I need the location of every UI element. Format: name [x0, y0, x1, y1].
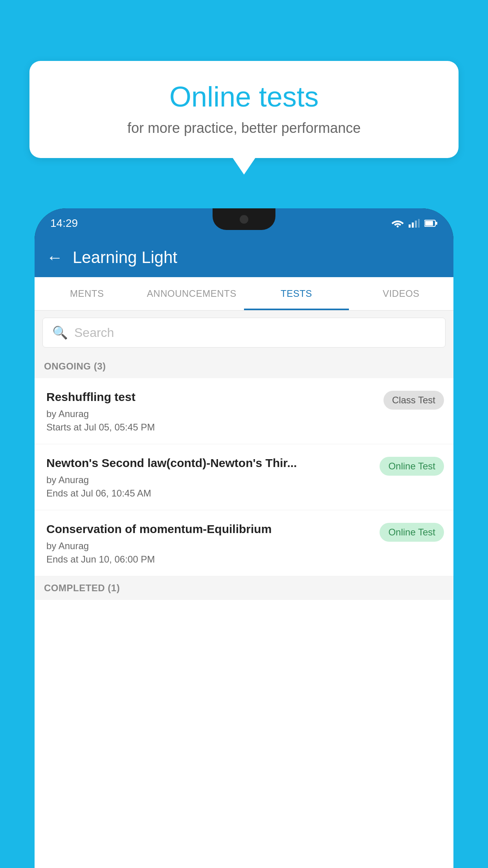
notch: [213, 208, 275, 230]
test-badge-3: Online Test: [380, 523, 444, 542]
test-item-3[interactable]: Conservation of momentum-Equilibrium by …: [35, 510, 453, 576]
svg-rect-6: [425, 221, 433, 226]
completed-section-label: COMPLETED (1): [35, 576, 453, 600]
test-info-2: Newton's Second law(contd)-Newton's Thir…: [46, 455, 372, 499]
test-badge-2: Online Test: [380, 457, 444, 476]
tab-ments[interactable]: MENTS: [35, 277, 139, 310]
test-item-2[interactable]: Newton's Second law(contd)-Newton's Thir…: [35, 444, 453, 510]
svg-rect-7: [436, 222, 437, 225]
svg-rect-4: [418, 219, 420, 228]
svg-rect-3: [415, 221, 417, 228]
test-info-1: Reshuffling test by Anurag Starts at Jul…: [46, 389, 376, 433]
search-placeholder: Search: [74, 326, 114, 340]
app-title: Learning Light: [73, 248, 177, 267]
camera: [240, 215, 248, 224]
wifi-icon: [391, 219, 404, 228]
tab-announcements[interactable]: ANNOUNCEMENTS: [139, 277, 244, 310]
status-bar: 14:29: [35, 208, 453, 238]
test-name-1: Reshuffling test: [46, 389, 376, 405]
app-bar: ← Learning Light: [35, 238, 453, 277]
phone-content: MENTS ANNOUNCEMENTS TESTS VIDEOS 🔍 Searc…: [35, 277, 453, 868]
test-info-3: Conservation of momentum-Equilibrium by …: [46, 521, 372, 565]
tab-videos[interactable]: VIDEOS: [349, 277, 454, 310]
test-by-2: by Anurag: [46, 474, 372, 485]
test-item-1[interactable]: Reshuffling test by Anurag Starts at Jul…: [35, 378, 453, 444]
status-icons: [391, 219, 438, 228]
bubble-title: Online tests: [53, 81, 435, 113]
svg-point-0: [397, 225, 399, 227]
test-badge-1: Class Test: [383, 391, 444, 410]
search-icon: 🔍: [52, 325, 68, 340]
test-name-2: Newton's Second law(contd)-Newton's Thir…: [46, 455, 372, 471]
search-bar[interactable]: 🔍 Search: [42, 318, 446, 348]
test-time-1: Starts at Jul 05, 05:45 PM: [46, 422, 376, 433]
test-time-3: Ends at Jun 10, 06:00 PM: [46, 554, 372, 565]
signal-icon: [409, 219, 420, 228]
tab-tests[interactable]: TESTS: [244, 277, 349, 310]
svg-rect-2: [412, 223, 414, 228]
back-button[interactable]: ←: [46, 248, 63, 267]
svg-rect-1: [409, 224, 411, 228]
search-container: 🔍 Search: [35, 311, 453, 355]
test-name-3: Conservation of momentum-Equilibrium: [46, 521, 372, 537]
bubble-subtitle: for more practice, better performance: [53, 120, 435, 136]
test-time-2: Ends at Jul 06, 10:45 AM: [46, 488, 372, 499]
test-by-3: by Anurag: [46, 541, 372, 552]
speech-bubble: Online tests for more practice, better p…: [29, 61, 459, 158]
test-by-1: by Anurag: [46, 408, 376, 419]
status-time: 14:29: [50, 217, 78, 230]
phone-frame: 14:29: [35, 208, 453, 868]
tabs: MENTS ANNOUNCEMENTS TESTS VIDEOS: [35, 277, 453, 311]
battery-icon: [424, 219, 438, 228]
ongoing-section-label: ONGOING (3): [35, 355, 453, 378]
